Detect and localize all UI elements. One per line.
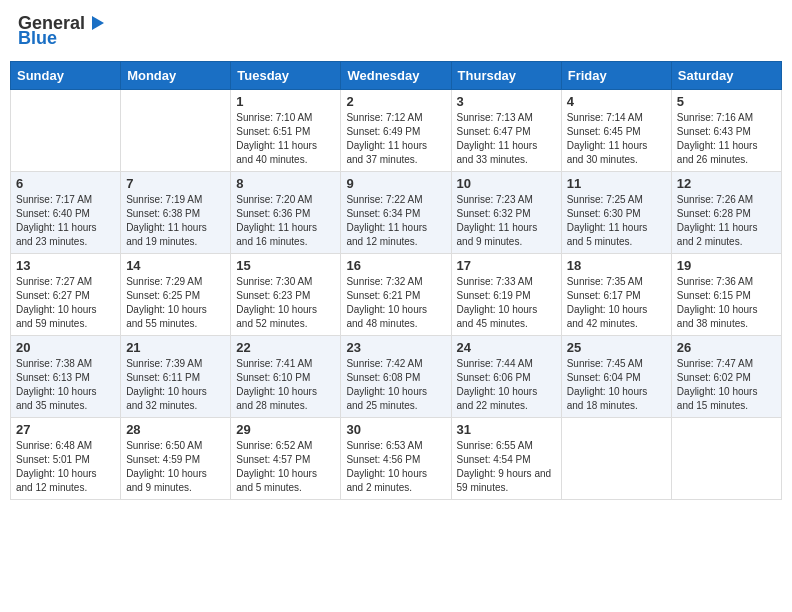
calendar-cell: 26Sunrise: 7:47 AMSunset: 6:02 PMDayligh… [671,336,781,418]
day-number: 9 [346,176,445,191]
day-info: Sunrise: 7:41 AMSunset: 6:10 PMDaylight:… [236,357,335,413]
calendar-cell [671,418,781,500]
logo-blue-text: Blue [18,28,57,49]
day-number: 26 [677,340,776,355]
day-info: Sunrise: 6:53 AMSunset: 4:56 PMDaylight:… [346,439,445,495]
day-number: 7 [126,176,225,191]
calendar-week-row: 1Sunrise: 7:10 AMSunset: 6:51 PMDaylight… [11,90,782,172]
calendar-cell: 15Sunrise: 7:30 AMSunset: 6:23 PMDayligh… [231,254,341,336]
day-info: Sunrise: 6:48 AMSunset: 5:01 PMDaylight:… [16,439,115,495]
calendar-cell: 11Sunrise: 7:25 AMSunset: 6:30 PMDayligh… [561,172,671,254]
calendar-cell: 21Sunrise: 7:39 AMSunset: 6:11 PMDayligh… [121,336,231,418]
day-number: 28 [126,422,225,437]
day-number: 30 [346,422,445,437]
calendar-cell: 17Sunrise: 7:33 AMSunset: 6:19 PMDayligh… [451,254,561,336]
weekday-header-wednesday: Wednesday [341,62,451,90]
day-number: 14 [126,258,225,273]
day-info: Sunrise: 7:19 AMSunset: 6:38 PMDaylight:… [126,193,225,249]
calendar-cell: 28Sunrise: 6:50 AMSunset: 4:59 PMDayligh… [121,418,231,500]
day-info: Sunrise: 7:39 AMSunset: 6:11 PMDaylight:… [126,357,225,413]
calendar-cell: 4Sunrise: 7:14 AMSunset: 6:45 PMDaylight… [561,90,671,172]
day-info: Sunrise: 7:13 AMSunset: 6:47 PMDaylight:… [457,111,556,167]
day-info: Sunrise: 7:25 AMSunset: 6:30 PMDaylight:… [567,193,666,249]
day-number: 23 [346,340,445,355]
day-info: Sunrise: 7:32 AMSunset: 6:21 PMDaylight:… [346,275,445,331]
calendar-cell: 31Sunrise: 6:55 AMSunset: 4:54 PMDayligh… [451,418,561,500]
calendar-cell [561,418,671,500]
calendar-cell: 5Sunrise: 7:16 AMSunset: 6:43 PMDaylight… [671,90,781,172]
day-number: 3 [457,94,556,109]
day-number: 11 [567,176,666,191]
calendar-cell: 24Sunrise: 7:44 AMSunset: 6:06 PMDayligh… [451,336,561,418]
day-number: 24 [457,340,556,355]
logo: General Blue [18,14,104,49]
weekday-header-monday: Monday [121,62,231,90]
weekday-header-tuesday: Tuesday [231,62,341,90]
day-info: Sunrise: 7:44 AMSunset: 6:06 PMDaylight:… [457,357,556,413]
day-info: Sunrise: 7:23 AMSunset: 6:32 PMDaylight:… [457,193,556,249]
day-number: 25 [567,340,666,355]
calendar-cell: 19Sunrise: 7:36 AMSunset: 6:15 PMDayligh… [671,254,781,336]
day-number: 15 [236,258,335,273]
calendar-cell: 16Sunrise: 7:32 AMSunset: 6:21 PMDayligh… [341,254,451,336]
day-number: 20 [16,340,115,355]
day-info: Sunrise: 7:45 AMSunset: 6:04 PMDaylight:… [567,357,666,413]
weekday-header-friday: Friday [561,62,671,90]
day-info: Sunrise: 7:35 AMSunset: 6:17 PMDaylight:… [567,275,666,331]
svg-marker-0 [92,16,104,30]
day-number: 8 [236,176,335,191]
calendar-cell: 13Sunrise: 7:27 AMSunset: 6:27 PMDayligh… [11,254,121,336]
day-info: Sunrise: 7:27 AMSunset: 6:27 PMDaylight:… [16,275,115,331]
day-info: Sunrise: 7:12 AMSunset: 6:49 PMDaylight:… [346,111,445,167]
day-info: Sunrise: 7:29 AMSunset: 6:25 PMDaylight:… [126,275,225,331]
day-number: 5 [677,94,776,109]
calendar-cell: 10Sunrise: 7:23 AMSunset: 6:32 PMDayligh… [451,172,561,254]
calendar-cell: 3Sunrise: 7:13 AMSunset: 6:47 PMDaylight… [451,90,561,172]
day-number: 17 [457,258,556,273]
day-number: 10 [457,176,556,191]
day-number: 12 [677,176,776,191]
day-number: 29 [236,422,335,437]
calendar-cell: 23Sunrise: 7:42 AMSunset: 6:08 PMDayligh… [341,336,451,418]
calendar-cell: 30Sunrise: 6:53 AMSunset: 4:56 PMDayligh… [341,418,451,500]
calendar-cell: 8Sunrise: 7:20 AMSunset: 6:36 PMDaylight… [231,172,341,254]
logo-triangle-icon [86,14,104,32]
calendar-week-row: 20Sunrise: 7:38 AMSunset: 6:13 PMDayligh… [11,336,782,418]
calendar-cell: 1Sunrise: 7:10 AMSunset: 6:51 PMDaylight… [231,90,341,172]
day-info: Sunrise: 7:17 AMSunset: 6:40 PMDaylight:… [16,193,115,249]
day-info: Sunrise: 7:30 AMSunset: 6:23 PMDaylight:… [236,275,335,331]
calendar-table: SundayMondayTuesdayWednesdayThursdayFrid… [10,61,782,500]
weekday-header-thursday: Thursday [451,62,561,90]
day-number: 18 [567,258,666,273]
day-number: 22 [236,340,335,355]
day-info: Sunrise: 6:52 AMSunset: 4:57 PMDaylight:… [236,439,335,495]
calendar-cell: 2Sunrise: 7:12 AMSunset: 6:49 PMDaylight… [341,90,451,172]
calendar-week-row: 6Sunrise: 7:17 AMSunset: 6:40 PMDaylight… [11,172,782,254]
weekday-header-saturday: Saturday [671,62,781,90]
day-number: 16 [346,258,445,273]
weekday-header-row: SundayMondayTuesdayWednesdayThursdayFrid… [11,62,782,90]
day-info: Sunrise: 7:20 AMSunset: 6:36 PMDaylight:… [236,193,335,249]
day-info: Sunrise: 7:10 AMSunset: 6:51 PMDaylight:… [236,111,335,167]
day-number: 6 [16,176,115,191]
calendar-cell: 14Sunrise: 7:29 AMSunset: 6:25 PMDayligh… [121,254,231,336]
calendar-cell: 22Sunrise: 7:41 AMSunset: 6:10 PMDayligh… [231,336,341,418]
day-info: Sunrise: 7:38 AMSunset: 6:13 PMDaylight:… [16,357,115,413]
day-number: 31 [457,422,556,437]
day-info: Sunrise: 7:14 AMSunset: 6:45 PMDaylight:… [567,111,666,167]
day-info: Sunrise: 7:47 AMSunset: 6:02 PMDaylight:… [677,357,776,413]
calendar-week-row: 27Sunrise: 6:48 AMSunset: 5:01 PMDayligh… [11,418,782,500]
day-info: Sunrise: 7:33 AMSunset: 6:19 PMDaylight:… [457,275,556,331]
day-info: Sunrise: 7:16 AMSunset: 6:43 PMDaylight:… [677,111,776,167]
day-info: Sunrise: 6:50 AMSunset: 4:59 PMDaylight:… [126,439,225,495]
day-number: 1 [236,94,335,109]
calendar-cell: 25Sunrise: 7:45 AMSunset: 6:04 PMDayligh… [561,336,671,418]
calendar-cell: 20Sunrise: 7:38 AMSunset: 6:13 PMDayligh… [11,336,121,418]
day-info: Sunrise: 7:42 AMSunset: 6:08 PMDaylight:… [346,357,445,413]
calendar-cell [121,90,231,172]
calendar-week-row: 13Sunrise: 7:27 AMSunset: 6:27 PMDayligh… [11,254,782,336]
weekday-header-sunday: Sunday [11,62,121,90]
day-info: Sunrise: 7:26 AMSunset: 6:28 PMDaylight:… [677,193,776,249]
page-header: General Blue [10,10,782,53]
day-number: 13 [16,258,115,273]
